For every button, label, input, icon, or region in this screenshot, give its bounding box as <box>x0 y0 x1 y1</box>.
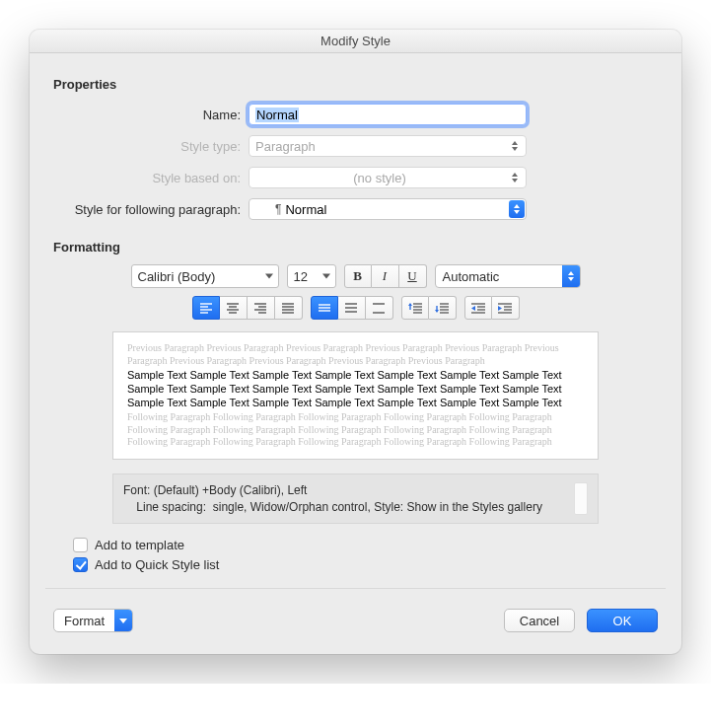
line-spacing-group <box>311 296 393 320</box>
name-label: Name: <box>53 108 249 122</box>
preview-next-paragraph: Following Paragraph Following Paragraph … <box>127 411 584 449</box>
based-on-select: (no style) <box>249 167 527 188</box>
description-line1: Font: (Default) +Body (Calibri), Left <box>123 482 566 499</box>
add-to-quick-style-checkbox[interactable] <box>73 557 88 572</box>
add-to-template-label: Add to template <box>95 538 184 552</box>
preview-prev-paragraph: Previous Paragraph Previous Paragraph Pr… <box>127 342 584 367</box>
scrollbar[interactable] <box>574 482 588 516</box>
spacing-medium-button[interactable] <box>338 296 366 320</box>
add-to-template-checkbox[interactable] <box>73 538 88 552</box>
align-left-button[interactable] <box>192 296 220 320</box>
align-right-button[interactable] <box>248 296 275 320</box>
following-select[interactable]: ¶ Normal <box>249 198 527 220</box>
align-center-button[interactable] <box>220 296 248 320</box>
alignment-group <box>192 296 303 320</box>
chevrons-icon <box>562 265 580 287</box>
style-type-select: Paragraph <box>249 135 527 157</box>
space-after-button[interactable] <box>429 296 457 320</box>
name-input[interactable]: Normal <box>249 104 527 125</box>
italic-button[interactable]: I <box>372 264 399 288</box>
preview-sample-text: Sample Text Sample Text Sample Text Samp… <box>127 369 584 409</box>
add-to-quick-style-label: Add to Quick Style list <box>95 557 219 572</box>
description-line2: Line spacing: single, Widow/Orphan contr… <box>123 499 566 516</box>
description-box: Font: (Default) +Body (Calibri), Left Li… <box>112 473 599 525</box>
ok-button[interactable]: OK <box>587 609 658 632</box>
separator <box>45 588 666 589</box>
spacing-double-button[interactable] <box>366 296 393 320</box>
space-before-button[interactable] <box>401 296 429 320</box>
font-size-select[interactable]: 12 <box>287 264 336 288</box>
underline-button[interactable]: U <box>399 264 427 288</box>
chevron-down-icon <box>322 274 330 279</box>
decrease-indent-button[interactable] <box>464 296 492 320</box>
spacing-single-button[interactable] <box>311 296 338 320</box>
format-menu-button[interactable]: Format <box>53 609 133 632</box>
modify-style-dialog: Modify Style Properties Name: Normal Sty… <box>30 30 681 654</box>
following-label: Style for following paragraph: <box>53 202 249 217</box>
font-style-group: B I U <box>344 264 427 288</box>
indent-group <box>464 296 520 320</box>
cancel-button[interactable]: Cancel <box>504 609 575 632</box>
style-type-label: Style type: <box>53 139 249 154</box>
window-title: Modify Style <box>30 30 681 53</box>
chevrons-icon <box>509 200 525 218</box>
increase-indent-button[interactable] <box>492 296 520 320</box>
para-spacing-group <box>401 296 457 320</box>
formatting-heading: Formatting <box>53 240 658 255</box>
pilcrow-icon: ¶ <box>275 202 281 216</box>
font-color-select[interactable]: Automatic <box>435 264 581 288</box>
chevron-down-icon <box>265 274 273 279</box>
preview-pane: Previous Paragraph Previous Paragraph Pr… <box>112 331 599 460</box>
chevrons-icon <box>508 136 522 156</box>
align-justify-button[interactable] <box>275 296 303 320</box>
bold-button[interactable]: B <box>344 264 372 288</box>
based-on-label: Style based on: <box>53 171 249 185</box>
font-family-select[interactable]: Calibri (Body) <box>131 264 279 288</box>
chevron-down-icon <box>114 610 132 631</box>
properties-heading: Properties <box>53 77 658 92</box>
chevrons-icon <box>508 168 522 187</box>
